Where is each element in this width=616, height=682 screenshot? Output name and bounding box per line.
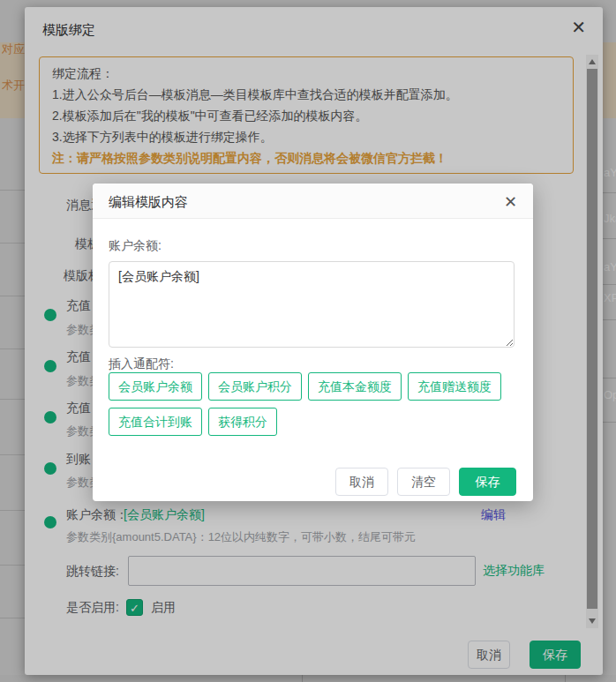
wildcard-chip[interactable]: 会员账户余额: [109, 372, 202, 401]
wildcard-chip-list: 会员账户余额 会员账户积分 充值本金额度 充值赠送额度 充值合计到账 获得积分: [109, 372, 519, 436]
screen: 对应 术开 aYcw Jka aYcw XPI Op 模版绑定 ✕ 绑定流程： …: [0, 0, 616, 682]
close-icon[interactable]: ✕: [504, 192, 517, 212]
balance-content-textarea[interactable]: [会员账户余额]: [109, 261, 515, 348]
wildcard-chip[interactable]: 会员账户积分: [208, 372, 302, 401]
wildcard-chip[interactable]: 充值本金额度: [308, 372, 402, 401]
wildcard-chip[interactable]: 获得积分: [208, 408, 277, 436]
balance-field-label: 账户余额:: [109, 238, 162, 254]
edit-template-modal: 编辑模版内容 ✕ 账户余额: [会员账户余额] 插入通配符: 会员账户余额 会员…: [93, 184, 533, 501]
wildcard-chip[interactable]: 充值赠送额度: [408, 372, 501, 401]
clear-button[interactable]: 清空: [397, 468, 450, 496]
wildcard-chip[interactable]: 充值合计到账: [109, 408, 202, 436]
save-button[interactable]: 保存: [459, 468, 516, 496]
cancel-button[interactable]: 取消: [335, 468, 388, 496]
modal-footer: 取消 清空 保存: [93, 468, 533, 496]
modal-header: 编辑模版内容 ✕: [93, 184, 533, 219]
modal-title: 编辑模版内容: [109, 194, 188, 211]
wildcards-label: 插入通配符:: [109, 356, 174, 372]
